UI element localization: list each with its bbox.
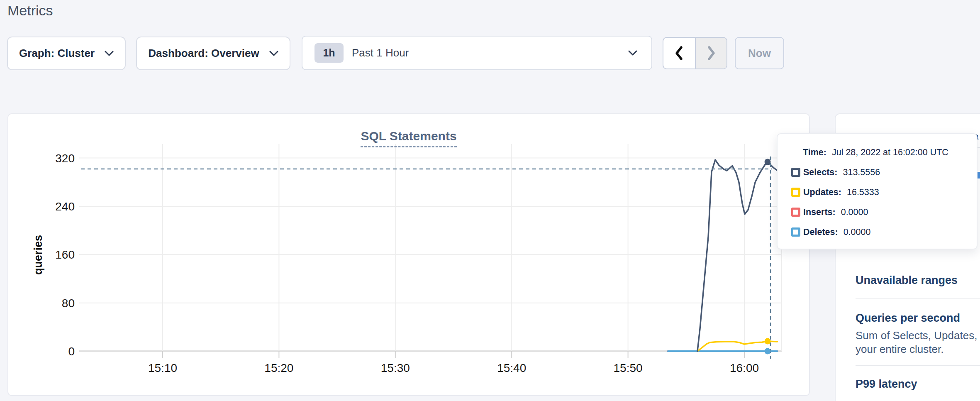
tooltip-series-value: 0.0000: [843, 227, 871, 237]
tooltip-series-value: 313.5556: [843, 167, 880, 178]
chevron-down-icon: [105, 51, 114, 56]
sidebar-section-heading: Unavailable ranges: [856, 274, 958, 287]
x-axis-tick-label: 15:20: [264, 362, 293, 374]
chevron-down-icon: [628, 50, 637, 56]
tooltip-time-label: Time:: [803, 147, 826, 158]
sql-statements-chart-card: 08016024032015:1015:2015:3015:4015:5016:…: [7, 113, 810, 396]
dashboard-dropdown-label: Dashboard: Overview: [148, 47, 259, 60]
tooltip-series-row: Selects:313.5556: [791, 162, 977, 182]
time-range-selector[interactable]: 1h Past 1 Hour: [302, 36, 652, 70]
series-swatch-icon: [791, 208, 800, 217]
sidebar-divider: [856, 365, 980, 366]
y-axis-label: queries: [32, 235, 44, 275]
x-axis-tick-label: 15:40: [497, 362, 526, 374]
sidebar-section-heading: P99 latency: [856, 378, 917, 391]
page-title: Metrics: [7, 2, 53, 19]
y-axis-tick-label: 320: [55, 152, 75, 165]
tooltip-time-value: Jul 28, 2022 at 16:02:00 UTC: [832, 147, 948, 158]
x-axis-tick-label: 16:00: [730, 362, 759, 374]
next-time-button-disabled[interactable]: [695, 38, 726, 68]
y-axis-tick-label: 80: [62, 297, 75, 310]
tooltip-series-label: Selects:: [803, 167, 837, 178]
chevron-right-icon: [706, 45, 717, 61]
sidebar-section-description: your entire cluster.: [856, 343, 943, 356]
time-step-button-group: [663, 37, 727, 69]
chevron-down-icon: [269, 51, 278, 56]
time-range-badge: 1h: [314, 43, 344, 63]
sidebar-section-heading: Queries per second: [856, 312, 960, 325]
previous-time-button[interactable]: [663, 38, 695, 68]
y-axis-tick-label: 0: [68, 345, 75, 358]
tooltip-series-label: Updates:: [803, 187, 841, 198]
x-axis-tick-label: 15:30: [381, 362, 410, 374]
y-axis-tick-label: 240: [55, 200, 75, 213]
series-swatch-icon: [791, 188, 800, 197]
series-swatch-icon: [791, 227, 800, 237]
graph-dropdown-label: Graph: Cluster: [19, 47, 95, 60]
tooltip-series-row: Deletes:0.0000: [791, 222, 977, 242]
tooltip-series-value: 16.5333: [847, 187, 879, 198]
sidebar-divider: [856, 298, 980, 299]
tooltip-series-value: 0.0000: [841, 207, 868, 218]
y-axis-tick-label: 160: [55, 248, 75, 261]
chart-plot-area[interactable]: [79, 144, 782, 351]
tooltip-time-row: Time: Jul 28, 2022 at 16:02:00 UTC: [791, 142, 977, 162]
tooltip-series-row: Updates:16.5333: [791, 182, 977, 202]
tooltip-series-label: Inserts:: [803, 207, 836, 218]
tooltip-series-row: Inserts:0.0000: [791, 202, 977, 222]
sidebar-section-description: Sum of Selects, Updates, Inserts: [856, 329, 980, 342]
now-button[interactable]: Now: [735, 37, 784, 69]
chart-hover-tooltip: Time: Jul 28, 2022 at 16:02:00 UTC Selec…: [777, 133, 978, 249]
x-axis-tick-label: 15:50: [614, 362, 643, 374]
x-axis-tick-label: 15:10: [148, 362, 177, 374]
time-range-label: Past 1 Hour: [352, 46, 628, 59]
chevron-left-icon: [674, 45, 685, 61]
graph-dropdown[interactable]: Graph: Cluster: [7, 37, 126, 70]
series-swatch-icon: [791, 168, 800, 177]
tooltip-series-label: Deletes:: [803, 227, 838, 237]
dashboard-dropdown[interactable]: Dashboard: Overview: [136, 37, 290, 70]
